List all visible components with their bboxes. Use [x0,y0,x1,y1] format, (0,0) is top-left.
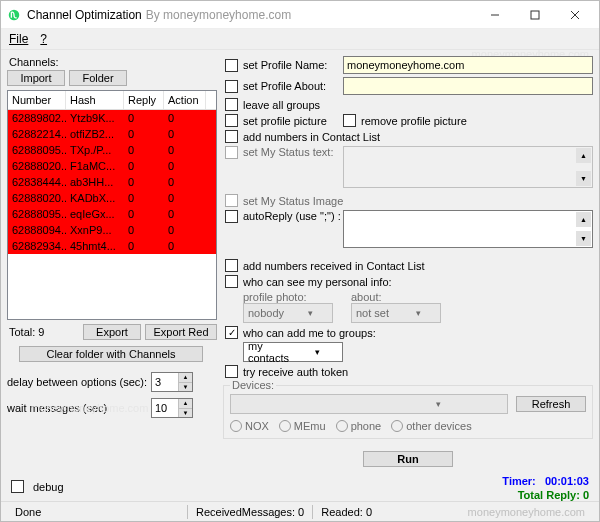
delay-stepper[interactable]: ▲▼ [151,372,193,392]
status-received: ReceivedMessages: 0 [188,506,312,518]
menu-bar: File ? [1,29,599,50]
set-picture-label: set profile picture [243,115,343,127]
profile-about-input[interactable] [343,77,593,95]
try-token-checkbox[interactable] [225,365,238,378]
clear-folder-button[interactable]: Clear folder with Channels [19,346,203,362]
table-row[interactable]: 62888095...TXp./P...00 [8,142,216,158]
leave-groups-checkbox[interactable] [225,98,238,111]
export-red-button[interactable]: Export Red [145,324,217,340]
add-numbers-label: add numbers in Contact List [243,131,380,143]
svg-rect-2 [531,11,539,19]
app-icon [7,8,21,22]
title-bar: Channel Optimization By moneymoneyhome.c… [1,1,599,29]
col-hash[interactable]: Hash [66,91,124,109]
try-token-label: try receive auth token [243,366,348,378]
table-row[interactable]: 62888020...F1aMC...00 [8,158,216,174]
status-text-checkbox[interactable] [225,146,238,159]
profile-photo-combo[interactable]: nobody▾ [243,303,333,323]
menu-file[interactable]: File [9,32,28,46]
profile-about-label: set Profile About: [243,80,343,92]
window-subtitle: By moneymoneyhome.com [146,8,291,22]
wait-down[interactable]: ▼ [179,409,192,418]
maximize-button[interactable] [515,2,555,28]
add-received-checkbox[interactable] [225,259,238,272]
window-title: Channel Optimization [27,8,142,22]
add-numbers-checkbox[interactable] [225,130,238,143]
status-image-checkbox[interactable] [225,194,238,207]
who-add-checkbox[interactable] [225,326,238,339]
left-panel: Channels: Import Folder Number Hash Repl… [7,56,217,495]
remove-picture-label: remove profile picture [361,115,467,127]
col-reply[interactable]: Reply [124,91,164,109]
scroll-up-icon[interactable]: ▲ [576,212,591,227]
import-button[interactable]: Import [7,70,65,86]
autoreply-label: autoReply (use ";") : [243,210,343,222]
total-reply-label: Total Reply: 0 [518,489,589,501]
channels-grid[interactable]: Number Hash Reply Action 62889802...Ytzb… [7,90,217,320]
delay-down[interactable]: ▼ [179,383,192,392]
app-window: Channel Optimization By moneymoneyhome.c… [0,0,600,522]
wait-up[interactable]: ▲ [179,399,192,409]
radio-nox[interactable]: NOX [230,420,269,432]
chevron-down-icon: ▾ [396,308,440,318]
delay-up[interactable]: ▲ [179,373,192,383]
profile-name-label: set Profile Name: [243,59,343,71]
debug-label: debug [33,481,64,493]
col-number[interactable]: Number [8,91,66,109]
status-image-label: set My Status Image [243,195,343,207]
table-row[interactable]: 62889802...Ytzb9K...00 [8,110,216,126]
who-see-checkbox[interactable] [225,275,238,288]
status-bar: Done ReceivedMessages: 0 Readed: 0 money… [1,501,599,521]
right-panel: set Profile Name: set Profile About: lea… [223,56,593,495]
wait-stepper[interactable]: ▲▼ [151,398,193,418]
scroll-down-icon[interactable]: ▼ [576,171,591,186]
debug-checkbox[interactable] [11,480,24,493]
delay-input[interactable] [152,373,178,391]
table-row[interactable]: 62838444...ab3HH...00 [8,174,216,190]
close-button[interactable] [555,2,595,28]
status-site: moneymoneyhome.com [460,506,593,518]
radio-other[interactable]: other devices [391,420,471,432]
scroll-up-icon[interactable]: ▲ [576,148,591,163]
scroll-down-icon[interactable]: ▼ [576,231,591,246]
refresh-button[interactable]: Refresh [516,396,586,412]
wait-input[interactable] [152,399,178,417]
status-text-area[interactable]: ▲▼ [343,146,593,188]
table-row[interactable]: 62882214...otfiZB2...00 [8,126,216,142]
minimize-button[interactable] [475,2,515,28]
add-received-label: add numbers received in Contact List [243,260,425,272]
radio-memu[interactable]: MEmu [279,420,326,432]
channels-label: Channels: [9,56,217,68]
col-action[interactable]: Action [164,91,206,109]
table-row[interactable]: 62888095...eqIeGx...00 [8,206,216,222]
set-picture-checkbox[interactable] [225,114,238,127]
timer-label: Timer: [502,475,535,487]
devices-title: Devices: [230,379,276,391]
leave-groups-label: leave all groups [243,99,320,111]
run-button[interactable]: Run [363,451,453,467]
grid-header: Number Hash Reply Action [8,91,216,110]
about-lbl: about: [351,291,441,303]
who-add-combo[interactable]: my contacts▾ [243,342,343,362]
table-row[interactable]: 62888020...KADbX...00 [8,190,216,206]
profile-name-checkbox[interactable] [225,59,238,72]
status-text-label: set My Status text: [243,146,343,158]
profile-about-checkbox[interactable] [225,80,238,93]
folder-button[interactable]: Folder [69,70,127,86]
chevron-down-icon: ▾ [369,399,507,409]
export-button[interactable]: Export [83,324,141,340]
devices-group: Devices: ▾ Refresh NOX MEmu phone other … [223,385,593,439]
table-row[interactable]: 62882934...45hmt4...00 [8,238,216,254]
devices-combo[interactable]: ▾ [230,394,508,414]
remove-picture-checkbox[interactable] [343,114,356,127]
about-combo[interactable]: not set▾ [351,303,441,323]
table-row[interactable]: 62888094...XxnP9...00 [8,222,216,238]
total-label: Total: 9 [7,326,79,338]
autoreply-checkbox[interactable] [225,210,238,223]
autoreply-area[interactable]: ▲▼ [343,210,593,248]
status-readed: Readed: 0 [313,506,380,518]
chevron-down-icon: ▾ [293,347,342,357]
radio-phone[interactable]: phone [336,420,382,432]
profile-name-input[interactable] [343,56,593,74]
menu-help[interactable]: ? [40,32,47,46]
